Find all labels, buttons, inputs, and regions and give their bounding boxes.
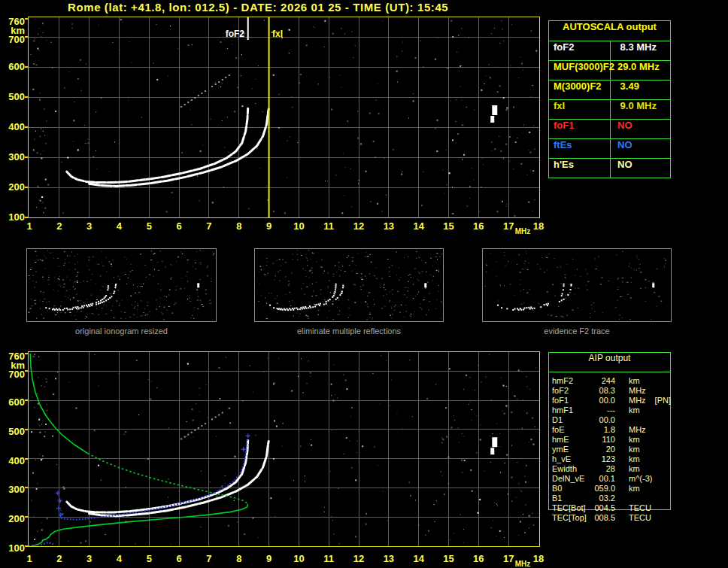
y-axis-label: 500: [0, 427, 25, 436]
x-axis-label: 16: [469, 221, 488, 231]
parameter-name: ftEs: [549, 139, 611, 158]
thumbnail-eliminate-reflections: [254, 248, 444, 322]
station-date-time-header: Rome (lat: +41.8, lon: 012.5) - DATE: 20…: [68, 1, 448, 14]
aip-table-title: AIP output: [549, 353, 670, 372]
parameter-name: MUF(3000)F2: [549, 61, 611, 80]
y-axis-tick: [25, 516, 28, 518]
x-axis-label: 9: [259, 554, 279, 563]
parameter-name: ymE: [552, 445, 591, 454]
parameter-name: h'Es: [549, 159, 611, 178]
x-axis-label: 2: [50, 221, 69, 231]
parameter-unit: km: [615, 464, 669, 474]
x-axis-label: 9: [259, 221, 279, 231]
parameter-value: NO: [611, 139, 670, 158]
y-axis-label: 200: [0, 514, 25, 524]
parameter-value: 1.8: [591, 425, 615, 435]
x-axis-label: 10: [289, 221, 308, 231]
parameter-value: 004.5: [591, 503, 615, 513]
aip-row-hmf1: hmF1---km: [552, 405, 669, 415]
aip-row-d1: D100.0: [552, 415, 669, 425]
x-axis-label: 13: [379, 221, 399, 231]
parameter-name: D1: [552, 415, 591, 425]
autoscala-table-title: AUTOSCALA output: [549, 21, 670, 41]
parameter-name: B0: [552, 484, 591, 494]
x-axis-label: 4: [109, 221, 129, 231]
autoscala-row-hes: h'EsNO: [549, 158, 670, 178]
parameter-name: TEC[Top]: [552, 513, 591, 523]
y-axis-label: 400: [0, 122, 25, 132]
thumbnail-caption-reflections: eliminate multiple reflections: [254, 327, 444, 336]
y-axis-tick: [25, 18, 28, 20]
y-axis-tick: [25, 370, 28, 372]
y-axis-tick: [25, 458, 28, 460]
thumbnail-caption-f2trace: evidence F2 trace: [482, 327, 672, 336]
autoscala-row-m3000f2: M(3000)F2 3.49: [549, 80, 670, 99]
parameter-name: hmF1: [552, 405, 591, 415]
parameter-value: 00.0: [591, 396, 615, 405]
parameter-value: 3.49: [611, 80, 670, 99]
parameter-unit: m^(-3): [615, 474, 669, 484]
thumbnail-caption-original: original ionogram resized: [26, 327, 217, 336]
parameter-name: fxI: [549, 100, 611, 119]
parameter-value: 00.0: [591, 415, 615, 425]
parameter-unit: [615, 494, 669, 503]
x-axis-label: 1: [20, 221, 39, 231]
x-axis-label: 3: [80, 554, 99, 563]
autoscala-row-fxi: fxI 9.0 MHz: [549, 99, 670, 119]
parameter-name: hmF2: [552, 376, 591, 386]
aip-row-tecbot: TEC[Bot]004.5TECU: [552, 503, 669, 513]
y-axis-tick: [25, 429, 28, 430]
x-axis-label: 12: [349, 221, 369, 231]
x-axis-label: 7: [199, 554, 219, 563]
y-axis-tick: [25, 217, 28, 218]
y-axis-tick: [25, 36, 28, 38]
autoscala-ionogram-screen: Rome (lat: +41.8, lon: 012.5) - DATE: 20…: [0, 0, 728, 568]
parameter-value: 244: [591, 376, 615, 386]
aip-row-foe: foE1.8MHz: [552, 425, 669, 435]
x-axis-label: 7: [199, 221, 219, 231]
x-axis-label: 1: [20, 554, 39, 563]
aip-row-hme: hmE110km: [552, 435, 669, 445]
parameter-value: 28: [591, 464, 615, 474]
x-axis-label: 6: [169, 221, 189, 231]
parameter-unit: km: [615, 484, 669, 494]
profile-inversion-plot: [28, 351, 540, 547]
autoscala-output-table: AUTOSCALA output foF2 8.3 MHzMUF(3000)F2…: [548, 20, 671, 178]
parameter-value: 29.0 MHz: [611, 61, 670, 80]
y-axis-tick: [25, 66, 28, 68]
aip-row-b0: B0059.0km: [552, 484, 669, 494]
parameter-value: 008.5: [591, 513, 615, 523]
parameter-value: 20: [591, 445, 615, 454]
parameter-unit: [615, 415, 669, 425]
y-axis-label: 300: [0, 484, 25, 494]
parameter-unit: km: [615, 454, 669, 464]
autoscala-row-fof1: foF1NO: [549, 119, 670, 138]
foF2-marker-label: foF2: [217, 29, 244, 39]
x-axis-label: 11: [319, 554, 338, 563]
parameter-name: foF1: [552, 396, 591, 405]
aip-row-tectop: TEC[Top]008.5TECU: [552, 513, 669, 523]
y-axis-label: 400: [0, 456, 25, 466]
autoscala-row-ftes: ftEsNO: [549, 138, 670, 158]
parameter-unit: km: [615, 445, 669, 454]
y-axis-label: 600: [0, 62, 25, 71]
x-axis-label: 4: [109, 554, 129, 563]
parameter-unit: MHz: [615, 425, 669, 435]
scaled-ionogram-plot: [28, 17, 540, 218]
parameter-unit: km: [615, 376, 669, 386]
parameter-name: TEC[Bot]: [552, 503, 591, 513]
parameter-flag: [PN]: [655, 396, 671, 405]
thumbnail-evidence-f2-trace: [482, 248, 672, 322]
aip-row-hmf2: hmF2244km: [552, 376, 669, 386]
y-axis-tick: [25, 545, 28, 547]
x-axis-label: 14: [409, 554, 429, 563]
y-axis-label: 200: [0, 182, 25, 192]
aip-row-b1: B103.2: [552, 494, 669, 503]
x-axis-label: 15: [439, 554, 459, 563]
x-axis-label: 5: [139, 221, 159, 231]
x-axis-unit-label: MHz: [513, 228, 532, 235]
parameter-unit: MHz: [615, 386, 669, 396]
parameter-value: 00.1: [591, 474, 615, 484]
y-axis-tick: [25, 187, 28, 188]
y-axis-tick: [25, 96, 28, 98]
